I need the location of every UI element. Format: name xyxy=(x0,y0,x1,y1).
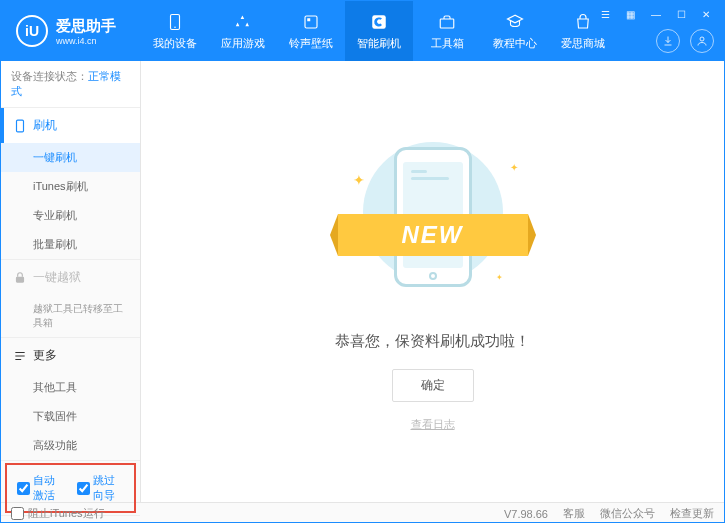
version-label: V7.98.66 xyxy=(504,508,548,520)
list-icon xyxy=(13,349,27,363)
store-icon xyxy=(573,12,593,32)
main-nav: 我的设备 应用游戏 铃声壁纸 智能刷机 工具箱 教程中心 爱思商城 xyxy=(141,1,617,61)
nav-label: 我的设备 xyxy=(153,36,197,51)
svg-rect-3 xyxy=(307,18,310,21)
nav-label: 铃声壁纸 xyxy=(289,36,333,51)
nav-tutorials[interactable]: 教程中心 xyxy=(481,1,549,61)
tutorial-icon xyxy=(505,12,525,32)
sidebar-head-label: 更多 xyxy=(33,347,57,364)
nav-label: 智能刷机 xyxy=(357,36,401,51)
main-content: ✦✦✦ NEW 恭喜您，保资料刷机成功啦！ 确定 查看日志 xyxy=(141,61,724,502)
connection-status: 设备连接状态：正常模式 xyxy=(1,61,140,108)
skip-guide-checkbox[interactable]: 跳过向导 xyxy=(77,473,125,503)
new-badge: NEW xyxy=(338,214,528,256)
nav-smart-flash[interactable]: 智能刷机 xyxy=(345,1,413,61)
status-label: 设备连接状态： xyxy=(11,70,88,82)
wallpaper-icon xyxy=(301,12,321,32)
nav-toolbox[interactable]: 工具箱 xyxy=(413,1,481,61)
view-log-link[interactable]: 查看日志 xyxy=(411,417,455,432)
phone-icon xyxy=(165,12,185,32)
app-header: iU 爱思助手 www.i4.cn 我的设备 应用游戏 铃声壁纸 智能刷机 工具… xyxy=(1,1,724,61)
nav-ringtone-wallpaper[interactable]: 铃声壁纸 xyxy=(277,1,345,61)
maximize-icon[interactable]: ☐ xyxy=(673,9,690,20)
nav-label: 工具箱 xyxy=(431,36,464,51)
jailbreak-note: 越狱工具已转移至工具箱 xyxy=(1,295,140,337)
block-itunes-checkbox[interactable]: 阻止iTunes运行 xyxy=(11,506,105,521)
sidebar-item-batch-flash[interactable]: 批量刷机 xyxy=(1,230,140,259)
sidebar-head-label: 一键越狱 xyxy=(33,269,81,286)
svg-rect-7 xyxy=(17,120,24,132)
svg-rect-8 xyxy=(16,276,24,282)
checkbox-label: 自动激活 xyxy=(33,473,65,503)
auto-activate-checkbox[interactable]: 自动激活 xyxy=(17,473,65,503)
wechat-link[interactable]: 微信公众号 xyxy=(600,506,655,521)
menu-icon[interactable]: ☰ xyxy=(597,9,614,20)
success-illustration: ✦✦✦ NEW xyxy=(348,132,518,302)
logo-icon: iU xyxy=(16,15,48,47)
sidebar-flash-head[interactable]: 刷机 xyxy=(1,108,140,143)
skin-icon[interactable]: ▦ xyxy=(622,9,639,20)
svg-rect-5 xyxy=(440,19,454,28)
nav-my-device[interactable]: 我的设备 xyxy=(141,1,209,61)
header-actions xyxy=(656,29,714,53)
flash-icon xyxy=(369,12,389,32)
sidebar-item-other-tools[interactable]: 其他工具 xyxy=(1,373,140,402)
minimize-icon[interactable]: — xyxy=(647,9,665,20)
sidebar-item-download-firmware[interactable]: 下载固件 xyxy=(1,402,140,431)
success-message: 恭喜您，保资料刷机成功啦！ xyxy=(335,332,530,351)
svg-point-1 xyxy=(174,26,176,28)
phone-icon xyxy=(13,119,27,133)
user-button[interactable] xyxy=(690,29,714,53)
nav-apps-games[interactable]: 应用游戏 xyxy=(209,1,277,61)
checkbox-label: 跳过向导 xyxy=(93,473,125,503)
sidebar-item-itunes-flash[interactable]: iTunes刷机 xyxy=(1,172,140,201)
sidebar-item-oneclick-flash[interactable]: 一键刷机 xyxy=(1,143,140,172)
sidebar-head-label: 刷机 xyxy=(33,117,57,134)
sidebar: 设备连接状态：正常模式 刷机 一键刷机 iTunes刷机 专业刷机 批量刷机 一… xyxy=(1,61,141,502)
apps-icon xyxy=(233,12,253,32)
sidebar-jailbreak-head: 一键越狱 xyxy=(1,260,140,295)
support-link[interactable]: 客服 xyxy=(563,506,585,521)
checkbox-label: 阻止iTunes运行 xyxy=(28,506,105,521)
download-button[interactable] xyxy=(656,29,680,53)
nav-label: 教程中心 xyxy=(493,36,537,51)
lock-icon xyxy=(13,271,27,285)
nav-label: 应用游戏 xyxy=(221,36,265,51)
nav-label: 爱思商城 xyxy=(561,36,605,51)
sidebar-item-pro-flash[interactable]: 专业刷机 xyxy=(1,201,140,230)
close-icon[interactable]: ✕ xyxy=(698,9,714,20)
toolbox-icon xyxy=(437,12,457,32)
logo-area: iU 爱思助手 www.i4.cn xyxy=(1,15,141,47)
check-update-link[interactable]: 检查更新 xyxy=(670,506,714,521)
sidebar-item-advanced[interactable]: 高级功能 xyxy=(1,431,140,460)
svg-point-6 xyxy=(700,37,704,41)
confirm-button[interactable]: 确定 xyxy=(392,369,474,402)
app-url: www.i4.cn xyxy=(56,36,116,46)
sidebar-more-head[interactable]: 更多 xyxy=(1,338,140,373)
svg-rect-2 xyxy=(305,16,317,28)
app-title: 爱思助手 xyxy=(56,17,116,36)
window-controls: ☰ ▦ — ☐ ✕ xyxy=(597,9,714,20)
